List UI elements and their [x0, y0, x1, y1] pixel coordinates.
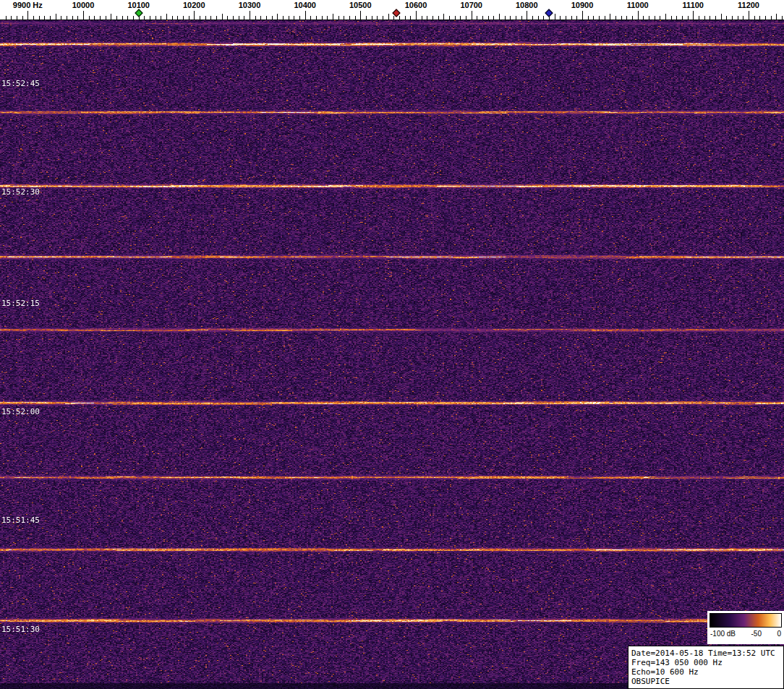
tick-mark [743, 16, 743, 20]
freq-marker-green-icon[interactable] [135, 9, 142, 17]
tick-mark [27, 11, 28, 20]
tick-mark [676, 16, 677, 20]
tick-mark [305, 11, 306, 20]
tick-mark [106, 16, 106, 20]
tick-mark [555, 14, 555, 20]
tick-mark [349, 16, 350, 20]
tick-mark [571, 16, 572, 20]
waterfall-display: 15:52:4515:52:3015:52:1515:52:0015:51:45… [0, 20, 784, 689]
tick-mark [310, 16, 311, 20]
tick-mark [377, 16, 378, 20]
tick-mark [582, 11, 583, 20]
spectrogram-app: 9900 Hz100001010010200103001040010500106… [0, 0, 784, 689]
tick-mark [283, 16, 284, 20]
tick-mark [626, 16, 627, 20]
frequency-ruler[interactable]: 9900 Hz100001010010200103001040010500106… [0, 0, 784, 20]
tick-mark [393, 16, 394, 20]
tick-mark [17, 16, 17, 20]
freq-tick-label: 10400 [294, 1, 316, 9]
tick-mark [749, 11, 749, 20]
tick-mark [6, 16, 7, 20]
freq-tick-label: 10300 [239, 1, 261, 9]
tick-mark [643, 16, 644, 20]
tick-mark [605, 16, 605, 20]
legend-max-label: 0 [777, 630, 781, 638]
tick-mark [244, 16, 244, 20]
tick-mark [250, 11, 250, 20]
tick-mark [560, 16, 561, 20]
tick-mark [216, 16, 217, 20]
info-date-time: Date=2014-05-18 Time=13:52 UTC [631, 649, 780, 658]
tick-mark [200, 16, 200, 20]
tick-mark [189, 16, 189, 20]
tick-mark [754, 16, 755, 20]
tick-mark [388, 14, 389, 20]
tick-mark [111, 14, 111, 20]
freq-marker-blue-icon[interactable] [545, 9, 553, 17]
tick-mark [759, 16, 760, 20]
tick-mark [427, 16, 427, 20]
tick-mark [360, 11, 361, 20]
tick-mark [460, 16, 461, 20]
tick-mark [44, 16, 45, 20]
tick-mark [316, 16, 317, 20]
tick-mark [299, 16, 300, 20]
tick-mark [688, 16, 689, 20]
tick-mark [33, 16, 34, 20]
tick-mark [704, 16, 705, 20]
time-tick-label: 15:51:30 [1, 625, 40, 634]
spectrogram-canvas[interactable] [0, 20, 784, 689]
tick-mark [438, 16, 439, 20]
tick-mark [372, 16, 372, 20]
tick-mark [699, 16, 699, 20]
tick-mark [588, 16, 589, 20]
tick-mark [150, 16, 150, 20]
freq-tick-label: 10600 [405, 1, 427, 9]
tick-mark [222, 14, 223, 20]
tick-mark [433, 16, 433, 20]
freq-tick-label: 11000 [627, 1, 649, 9]
tick-mark [344, 16, 344, 20]
time-tick-label: 15:52:00 [1, 407, 40, 416]
freq-tick-label: 10700 [460, 1, 482, 9]
tick-mark [72, 16, 73, 20]
tick-mark [466, 16, 466, 20]
tick-mark [721, 14, 722, 20]
tick-mark [638, 11, 639, 20]
tick-mark [416, 11, 417, 20]
tick-mark [239, 16, 239, 20]
tick-mark [355, 16, 356, 20]
tick-mark [671, 16, 672, 20]
tick-mark [566, 16, 566, 20]
tick-mark [133, 16, 134, 20]
freq-tick-label: 11100 [683, 1, 704, 9]
tick-mark [521, 16, 522, 20]
tick-mark [776, 14, 777, 20]
tick-mark [227, 16, 228, 20]
tick-mark [505, 16, 506, 20]
tick-mark [366, 16, 367, 20]
tick-mark [660, 16, 660, 20]
tick-mark [738, 16, 738, 20]
freq-tick-label: 9900 Hz [13, 1, 43, 9]
tick-mark [166, 14, 167, 20]
tick-mark [289, 16, 289, 20]
tick-mark [732, 16, 733, 20]
tick-mark [56, 14, 56, 20]
time-tick-label: 15:52:45 [1, 79, 40, 88]
tick-mark [482, 16, 483, 20]
tick-mark [94, 16, 95, 20]
tick-mark [771, 16, 772, 20]
tick-mark [233, 16, 234, 20]
tick-mark [593, 16, 594, 20]
info-echo: Echo=10 600 Hz [631, 667, 780, 677]
info-box: Date=2014-05-18 Time=13:52 UTC Freq=143 … [628, 646, 784, 689]
tick-mark [22, 16, 23, 20]
tick-mark [765, 16, 766, 20]
tick-mark [77, 16, 78, 20]
tick-mark [172, 16, 173, 20]
tick-mark [455, 16, 456, 20]
tick-mark [144, 16, 145, 20]
tick-mark [632, 16, 633, 20]
tick-mark [294, 16, 294, 20]
